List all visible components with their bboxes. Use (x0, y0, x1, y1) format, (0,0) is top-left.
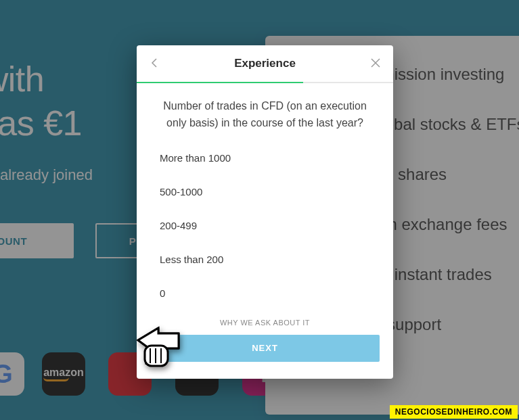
why-we-ask-label: WHY WE ASK ABOUT IT (220, 319, 310, 327)
options-list: More than 1000 500-1000 200-499 Less tha… (137, 139, 393, 313)
next-button-label: NEXT (252, 343, 278, 353)
next-button[interactable]: NEXT (150, 335, 380, 362)
chevron-left-icon (149, 57, 160, 68)
close-icon (370, 57, 381, 68)
modal-header: Experience (137, 45, 393, 82)
experience-modal: Experience Number of trades in CFD (on a… (137, 45, 393, 379)
option-label: Less than 200 (160, 254, 223, 265)
close-button[interactable] (370, 57, 381, 68)
option-label: 200-499 (160, 220, 197, 231)
option-label: 500-1000 (160, 186, 202, 197)
option-item[interactable]: Less than 200 (160, 243, 370, 277)
option-label: More than 1000 (160, 152, 231, 164)
modal-question: Number of trades in CFD (on an execution… (137, 83, 393, 139)
option-item[interactable]: 200-499 (160, 209, 370, 243)
option-item[interactable]: More than 1000 (160, 141, 370, 175)
option-item[interactable]: 500-1000 (160, 175, 370, 209)
why-we-ask-link[interactable]: WHY WE ASK ABOUT IT (137, 313, 393, 335)
modal-title: Experience (234, 57, 296, 70)
watermark: NEGOCIOSEDINHEIRO.COM (390, 405, 518, 419)
back-button[interactable] (149, 57, 160, 68)
option-item[interactable]: 0 (160, 277, 370, 310)
option-label: 0 (160, 287, 165, 299)
